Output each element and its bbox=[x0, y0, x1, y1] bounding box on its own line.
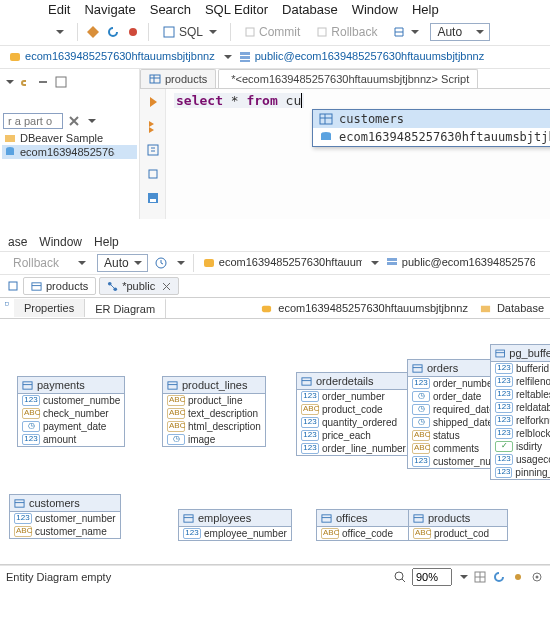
save-icon[interactable] bbox=[146, 191, 160, 205]
entity-column[interactable]: ABCproduct_code bbox=[297, 403, 410, 416]
connection-crumb[interactable]: ecom1639485257630hftauumsbjtjbnnz bbox=[8, 50, 215, 64]
autocomplete-item-customers[interactable]: customers bbox=[313, 110, 550, 128]
entity-column[interactable]: 123relforknumber bbox=[491, 414, 550, 427]
entity-orderdetails[interactable]: orderdetails123order_numberABCproduct_co… bbox=[296, 372, 411, 456]
entity-payments[interactable]: payments123customer_numbeABCcheck_number… bbox=[17, 376, 125, 447]
bug-icon[interactable] bbox=[126, 25, 140, 39]
subtab-conn[interactable]: ecom1639485257630hftauumsbjtjbnnz bbox=[255, 300, 474, 316]
txmode2-button[interactable] bbox=[70, 257, 91, 269]
clear-filter-icon[interactable] bbox=[67, 114, 81, 128]
entity-column[interactable]: ABCproduct_line bbox=[163, 394, 265, 407]
entity-products[interactable]: productsABCproduct_cod bbox=[408, 509, 508, 541]
settings-icon[interactable] bbox=[530, 570, 544, 584]
nav-dropdown[interactable] bbox=[3, 76, 14, 88]
entity-column[interactable]: 123customer_numbe bbox=[18, 394, 124, 407]
menu-help[interactable]: Help bbox=[412, 2, 439, 17]
filter-dropdown[interactable] bbox=[85, 115, 96, 127]
pin-icon[interactable] bbox=[0, 301, 14, 315]
entity-column[interactable]: 123reldatabase bbox=[491, 401, 550, 414]
tx-mode-button[interactable] bbox=[388, 24, 424, 40]
entity-column[interactable]: 123amount bbox=[18, 433, 124, 446]
history-icon[interactable] bbox=[154, 256, 168, 270]
toolbar-dropdown[interactable] bbox=[48, 26, 69, 38]
connection-dropdown[interactable] bbox=[221, 51, 232, 63]
link-icon[interactable] bbox=[18, 75, 32, 89]
entity-column[interactable]: 123order_line_number bbox=[297, 442, 410, 455]
entity-column[interactable]: ABCcustomer_name bbox=[10, 525, 120, 538]
entity-column[interactable]: ABCtext_description bbox=[163, 407, 265, 420]
entity-column[interactable]: ABCoffice_code bbox=[317, 527, 415, 540]
entity-customers[interactable]: customers123customer_numberABCcustomer_n… bbox=[9, 494, 121, 539]
expand-icon[interactable] bbox=[6, 279, 20, 293]
run-script-icon[interactable] bbox=[146, 119, 160, 133]
entity-header[interactable]: payments bbox=[18, 377, 124, 394]
entity-pg_buffercache[interactable]: pg_buffercache123bufferid123relfilenode1… bbox=[490, 344, 550, 480]
tab-products[interactable]: products bbox=[140, 69, 216, 88]
stop-icon[interactable] bbox=[146, 167, 160, 181]
menu-database[interactable]: Database bbox=[282, 2, 338, 17]
subtab-erdiagram[interactable]: ER Diagram bbox=[85, 298, 166, 318]
entity-column[interactable]: ✓isdirty bbox=[491, 440, 550, 453]
entity-column[interactable]: ABCproduct_cod bbox=[409, 527, 507, 540]
entity-column[interactable]: ABChtml_description bbox=[163, 420, 265, 433]
grid-icon[interactable] bbox=[473, 570, 487, 584]
conn2-crumb[interactable]: ecom1639485257630hftauumsbjtjbnnz bbox=[202, 256, 362, 270]
commit-button[interactable]: Commit bbox=[239, 23, 305, 41]
schema-crumb[interactable]: public@ecom1639485257630hftauumsbjtjbnnz bbox=[238, 50, 485, 64]
tab2-public[interactable]: *public bbox=[99, 277, 179, 295]
autocomplete-item-ecom[interactable]: ecom1639485257630hftauumsbjtjbnnz bbox=[313, 128, 550, 146]
tree-item-ecom[interactable]: ecom1639485257630hftauumsbjtjbnnz bbox=[2, 145, 137, 159]
entity-product_lines[interactable]: product_linesABCproduct_lineABCtext_desc… bbox=[162, 376, 266, 447]
rollback2-button[interactable]: Rollback bbox=[8, 254, 64, 272]
entity-header[interactable]: product_lines bbox=[163, 377, 265, 394]
entity-column[interactable]: 123relfilenode bbox=[491, 375, 550, 388]
sql-button[interactable]: SQL bbox=[157, 23, 222, 41]
minimize-icon[interactable] bbox=[54, 75, 68, 89]
refresh2-icon[interactable] bbox=[492, 570, 506, 584]
entity-column[interactable]: 123employee_number bbox=[179, 527, 291, 540]
entity-column[interactable]: 123price_each bbox=[297, 429, 410, 442]
tree-item-sample[interactable]: DBeaver Sample bbox=[2, 131, 137, 145]
entity-header[interactable]: offices bbox=[317, 510, 415, 527]
entity-employees[interactable]: employees123employee_number bbox=[178, 509, 292, 541]
menu-sqleditor[interactable]: SQL Editor bbox=[205, 2, 268, 17]
diamond-icon[interactable] bbox=[86, 25, 100, 39]
menu-edit[interactable]: Edit bbox=[48, 2, 70, 17]
entity-column[interactable]: ABCcheck_number bbox=[18, 407, 124, 420]
tab2-products[interactable]: products bbox=[23, 277, 96, 295]
menu-window[interactable]: Window bbox=[352, 2, 398, 17]
er-canvas[interactable]: payments123customer_numbeABCcheck_number… bbox=[0, 319, 550, 565]
subtab-properties[interactable]: Properties bbox=[14, 299, 85, 317]
entity-column[interactable]: 123reltablespace bbox=[491, 388, 550, 401]
menu2-window[interactable]: Window bbox=[39, 235, 82, 249]
entity-column[interactable]: 123bufferid bbox=[491, 362, 550, 375]
rollback-button[interactable]: Rollback bbox=[311, 23, 382, 41]
entity-column[interactable]: 123customer_number bbox=[10, 512, 120, 525]
entity-header[interactable]: pg_buffercache bbox=[491, 345, 550, 362]
config-icon[interactable] bbox=[511, 570, 525, 584]
entity-column[interactable]: ◷payment_date bbox=[18, 420, 124, 433]
menu2-help[interactable]: Help bbox=[94, 235, 119, 249]
zoom-dropdown[interactable] bbox=[457, 571, 468, 583]
entity-column[interactable]: 123usagecount bbox=[491, 453, 550, 466]
history-dropdown[interactable] bbox=[174, 257, 185, 269]
commit-mode2-combo[interactable]: Auto bbox=[97, 254, 148, 272]
entity-column[interactable]: 123relblocknumber bbox=[491, 427, 550, 440]
navigator-filter[interactable] bbox=[3, 113, 63, 129]
entity-column[interactable]: ◷image bbox=[163, 433, 265, 446]
zoom-icon[interactable] bbox=[393, 570, 407, 584]
subtab-database[interactable]: Database bbox=[474, 300, 550, 316]
entity-header[interactable]: orderdetails bbox=[297, 373, 410, 390]
entity-header[interactable]: products bbox=[409, 510, 507, 527]
menu-navigate[interactable]: Navigate bbox=[84, 2, 135, 17]
schema2-crumb[interactable]: public@ecom1639485257630hftauumsbjtjbnnz bbox=[385, 256, 535, 270]
explain-icon[interactable] bbox=[146, 143, 160, 157]
zoom-input[interactable] bbox=[412, 568, 452, 586]
commit-mode-combo[interactable]: Auto bbox=[430, 23, 490, 41]
sql-editor[interactable]: select * from cu customers ecom163948525… bbox=[166, 89, 550, 219]
menu2-database[interactable]: ase bbox=[8, 235, 27, 249]
entity-header[interactable]: employees bbox=[179, 510, 291, 527]
entity-offices[interactable]: officesABCoffice_code bbox=[316, 509, 416, 541]
menu-search[interactable]: Search bbox=[150, 2, 191, 17]
entity-column[interactable]: 123quantity_ordered bbox=[297, 416, 410, 429]
